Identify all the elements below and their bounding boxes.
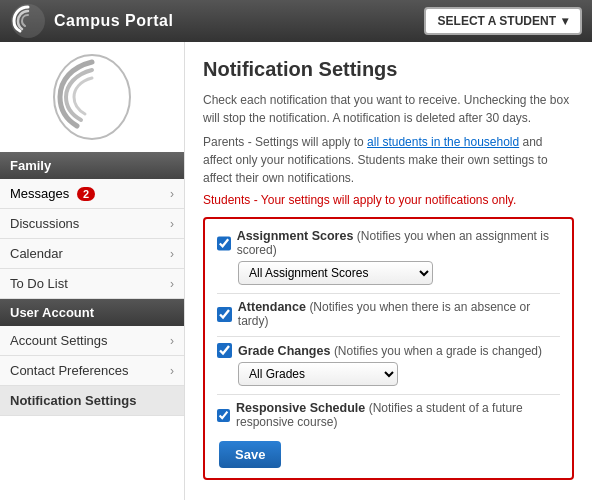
sidebar-item-todo[interactable]: To Do List › xyxy=(0,269,184,299)
notification-row-responsive-schedule: Responsive Schedule (Notifies a student … xyxy=(217,401,560,429)
grade-changes-label: Grade Changes (Notifies you when a grade… xyxy=(238,344,542,358)
assignment-scores-checkbox[interactable] xyxy=(217,236,231,251)
sidebar-item-contact-preferences[interactable]: Contact Preferences › xyxy=(0,356,184,386)
app-title: Campus Portal xyxy=(54,12,173,30)
messages-badge: 2 xyxy=(77,187,95,201)
description-2: Parents - Settings will apply to all stu… xyxy=(203,133,574,187)
campus-portal-logo-icon xyxy=(10,3,46,39)
description-1: Check each notification that you want to… xyxy=(203,91,574,127)
todo-label: To Do List xyxy=(10,276,68,291)
notification-row-grade-changes: Grade Changes (Notifies you when a grade… xyxy=(217,343,560,386)
messages-arrow-icon: › xyxy=(170,187,174,201)
responsive-schedule-label: Responsive Schedule (Notifies a student … xyxy=(236,401,560,429)
main-content: Notification Settings Check each notific… xyxy=(185,42,592,500)
contact-prefs-label: Contact Preferences xyxy=(10,363,129,378)
discussions-arrow-icon: › xyxy=(170,217,174,231)
desc2-text: Parents - Settings will apply to all stu… xyxy=(203,135,548,185)
sidebar: Family Messages 2 › Discussions › Calend… xyxy=(0,42,185,500)
assignment-scores-select-wrapper: All Assignment Scores Threshold Assignme… xyxy=(238,261,560,285)
divider-1 xyxy=(217,293,560,294)
main-layout: Family Messages 2 › Discussions › Calend… xyxy=(0,42,592,500)
attendance-checkbox[interactable] xyxy=(217,307,232,322)
page-title: Notification Settings xyxy=(203,58,574,81)
students-note: Students - Your settings will apply to y… xyxy=(203,193,574,207)
header-logo: Campus Portal xyxy=(10,3,173,39)
divider-2 xyxy=(217,336,560,337)
notification-settings-box: Assignment Scores (Notifies you when an … xyxy=(203,217,574,480)
sidebar-logo-area xyxy=(0,42,184,152)
sidebar-logo-icon xyxy=(52,52,132,142)
sidebar-family-header: Family xyxy=(0,152,184,179)
discussions-label: Discussions xyxy=(10,216,79,231)
assignment-scores-select[interactable]: All Assignment Scores Threshold Assignme… xyxy=(238,261,433,285)
grade-changes-checkbox[interactable] xyxy=(217,343,232,358)
contact-prefs-arrow-icon: › xyxy=(170,364,174,378)
notification-row-assignment-scores: Assignment Scores (Notifies you when an … xyxy=(217,229,560,285)
calendar-label: Calendar xyxy=(10,246,63,261)
sidebar-item-messages-label: Messages 2 xyxy=(10,186,95,201)
sidebar-item-messages[interactable]: Messages 2 › xyxy=(0,179,184,209)
grade-changes-select-wrapper: All Grades Threshold Grades xyxy=(238,362,560,386)
notification-settings-label: Notification Settings xyxy=(10,393,136,408)
calendar-arrow-icon: › xyxy=(170,247,174,261)
divider-3 xyxy=(217,394,560,395)
svg-point-0 xyxy=(11,4,45,38)
select-student-button[interactable]: SELECT A STUDENT ▾ xyxy=(424,7,582,35)
select-student-label: SELECT A STUDENT xyxy=(438,14,556,28)
sidebar-item-notification-settings[interactable]: Notification Settings xyxy=(0,386,184,416)
account-settings-arrow-icon: › xyxy=(170,334,174,348)
grade-changes-desc: (Notifies you when a grade is changed) xyxy=(334,344,542,358)
grade-changes-select[interactable]: All Grades Threshold Grades xyxy=(238,362,398,386)
account-settings-label: Account Settings xyxy=(10,333,108,348)
assignment-scores-label: Assignment Scores (Notifies you when an … xyxy=(237,229,560,257)
dropdown-arrow-icon: ▾ xyxy=(562,14,568,28)
sidebar-item-discussions[interactable]: Discussions › xyxy=(0,209,184,239)
save-button[interactable]: Save xyxy=(219,441,281,468)
attendance-label: Attendance (Notifies you when there is a… xyxy=(238,300,560,328)
sidebar-user-account-header: User Account xyxy=(0,299,184,326)
todo-arrow-icon: › xyxy=(170,277,174,291)
notification-row-attendance: Attendance (Notifies you when there is a… xyxy=(217,300,560,328)
sidebar-item-account-settings[interactable]: Account Settings › xyxy=(0,326,184,356)
sidebar-item-calendar[interactable]: Calendar › xyxy=(0,239,184,269)
app-header: Campus Portal SELECT A STUDENT ▾ xyxy=(0,0,592,42)
responsive-schedule-checkbox[interactable] xyxy=(217,408,230,423)
